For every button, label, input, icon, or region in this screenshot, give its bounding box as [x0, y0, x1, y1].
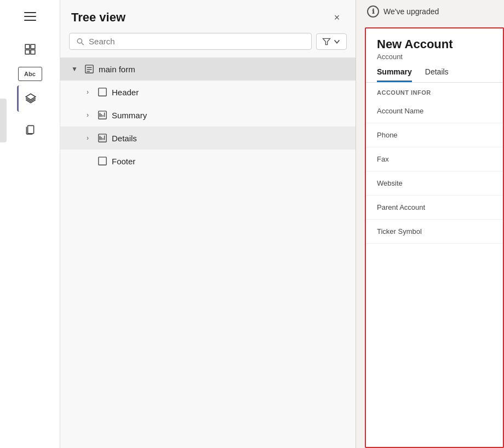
hamburger-line-1: [24, 12, 36, 13]
field-label-phone: Phone: [377, 131, 492, 139]
field-website: Website: [366, 171, 503, 196]
layers-icon[interactable]: [17, 85, 43, 112]
tree-panel-title: Tree view: [71, 10, 125, 25]
tree-item-label-details: Details: [112, 134, 137, 143]
tree-item-details[interactable]: › Details: [60, 127, 356, 150]
svg-line-7: [82, 43, 84, 45]
svg-point-6: [77, 38, 82, 43]
search-row: [60, 33, 356, 58]
field-label-account-name: Account Name: [377, 107, 492, 115]
tree-panel: Tree view × ▼: [60, 0, 356, 448]
section-header-account-info: ACCOUNT INFOR: [366, 83, 503, 99]
svg-rect-24: [99, 157, 106, 165]
svg-rect-1: [31, 44, 35, 49]
chevron-down-icon: [333, 38, 341, 45]
field-parent-account: Parent Account: [366, 196, 503, 220]
tab-details[interactable]: Details: [425, 67, 449, 82]
expand-details[interactable]: ›: [82, 133, 93, 143]
form-body: ACCOUNT INFOR Account Name Phone Fax Web…: [366, 83, 503, 447]
svg-rect-3: [31, 50, 35, 54]
tree-body: ▼ main form › Header ›: [60, 58, 356, 448]
field-label-parent-account: Parent Account: [377, 203, 492, 211]
hamburger-line-3: [24, 20, 36, 21]
right-panel: ℹ We've upgraded New Account Account Sum…: [356, 0, 504, 448]
tab-summary[interactable]: Summary: [377, 67, 412, 82]
section-icon-summary: [96, 109, 108, 121]
field-label-website: Website: [377, 179, 492, 187]
svg-marker-8: [323, 38, 330, 44]
tree-item-label-header: Header: [112, 88, 139, 97]
field-label-ticker-symbol: Ticker Symbol: [377, 227, 492, 236]
hamburger-line-2: [24, 16, 36, 17]
form-icon: [83, 63, 95, 75]
sidebar: Abc: [0, 0, 60, 448]
filter-button[interactable]: [316, 33, 347, 50]
svg-rect-13: [99, 88, 106, 96]
upgraded-text: We've upgraded: [383, 7, 439, 16]
field-fax: Fax: [366, 147, 503, 171]
close-tree-button[interactable]: ×: [329, 10, 345, 25]
grid-icon[interactable]: [17, 36, 43, 62]
info-icon: ℹ: [367, 5, 379, 18]
field-ticker-symbol: Ticker Symbol: [366, 220, 503, 244]
field-label-fax: Fax: [377, 155, 492, 163]
tree-item-main-form[interactable]: ▼ main form: [60, 58, 356, 81]
form-subtitle: Account: [377, 53, 492, 61]
expand-summary[interactable]: ›: [82, 110, 93, 120]
svg-rect-0: [25, 44, 30, 49]
search-icon: [76, 37, 84, 46]
filter-icon: [322, 37, 331, 46]
field-account-name: Account Name: [366, 99, 503, 123]
form-tabs: Summary Details: [377, 67, 492, 82]
form-card: New Account Account Summary Details ACCO…: [365, 27, 504, 448]
hamburger-menu[interactable]: [20, 7, 40, 26]
svg-rect-5: [27, 125, 33, 133]
container-icon-header: [96, 86, 108, 98]
form-title: New Account: [377, 37, 492, 51]
tree-item-summary[interactable]: › Summary: [60, 104, 356, 127]
form-card-header: New Account Account Summary Details: [366, 28, 503, 83]
tree-item-label-footer: Footer: [112, 157, 135, 166]
tree-item-header[interactable]: › Header: [60, 81, 356, 104]
sidebar-partial: [0, 99, 7, 142]
tree-item-label-main-form: main form: [99, 65, 135, 74]
expand-main-form[interactable]: ▼: [69, 64, 80, 74]
tree-item-footer[interactable]: › Footer: [60, 150, 356, 173]
search-box[interactable]: [69, 33, 312, 50]
search-input[interactable]: [89, 37, 305, 46]
tree-header: Tree view ×: [60, 0, 356, 33]
field-phone: Phone: [366, 123, 503, 147]
container-icon-footer: [96, 155, 108, 167]
copy-icon[interactable]: [17, 116, 43, 142]
svg-rect-2: [25, 50, 30, 54]
section-icon-details: [96, 132, 108, 144]
expand-header[interactable]: ›: [82, 87, 93, 97]
abc-badge[interactable]: Abc: [18, 67, 42, 81]
tree-item-label-summary: Summary: [112, 111, 147, 120]
top-bar: ℹ We've upgraded: [356, 0, 504, 23]
